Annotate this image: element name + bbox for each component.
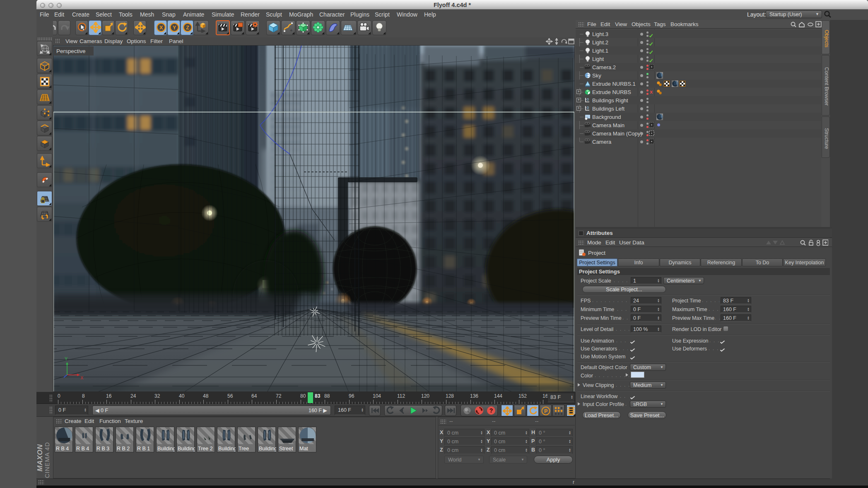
svg-text:?: ?: [489, 407, 493, 414]
svg-text:Y: Y: [65, 356, 68, 361]
svg-text:P: P: [544, 408, 547, 414]
svg-text:1: 1: [585, 105, 587, 109]
svg-text:1: 1: [585, 97, 587, 101]
svg-text:Perspective: Perspective: [56, 48, 86, 54]
svg-text:Z: Z: [186, 24, 189, 31]
svg-text:X: X: [80, 375, 84, 380]
svg-text:0: 0: [587, 106, 589, 110]
svg-text:X: X: [159, 24, 163, 31]
svg-text:0: 0: [587, 97, 589, 101]
svg-text:Y: Y: [173, 24, 176, 31]
